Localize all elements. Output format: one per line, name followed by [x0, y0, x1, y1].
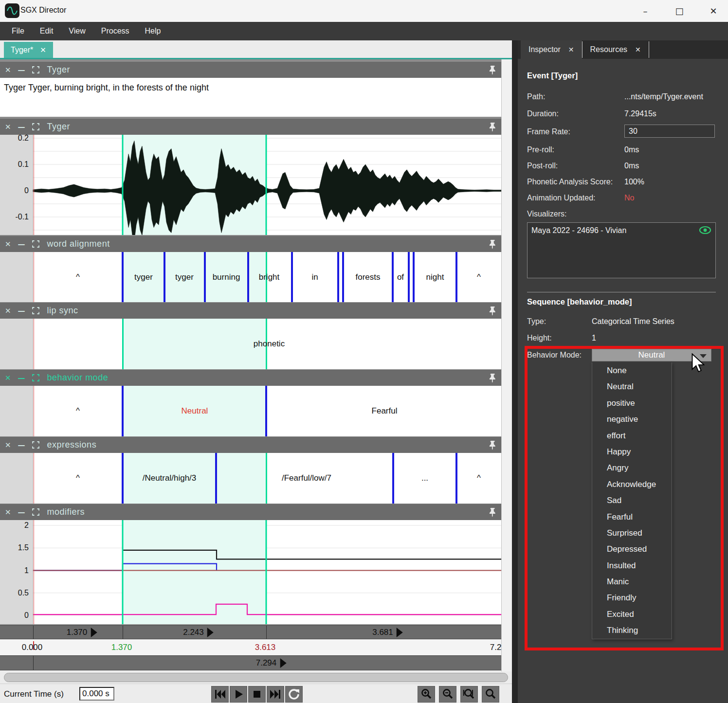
track-expand-icon[interactable] [32, 123, 39, 130]
panel-tab-close-icon[interactable]: ✕ [635, 46, 641, 54]
dropdown-option-depressed[interactable]: Depressed [592, 541, 672, 557]
pin-icon[interactable] [488, 440, 497, 450]
horizontal-scrollbar[interactable] [0, 671, 512, 684]
track-body-modifiers[interactable]: 21.510.50 [0, 520, 501, 624]
track-minimize-icon[interactable]: — [18, 240, 25, 249]
cell-boundary[interactable] [455, 252, 457, 302]
cell-boundary[interactable] [291, 252, 293, 302]
maximize-button[interactable]: □ [664, 0, 695, 22]
track-close-icon[interactable]: ✕ [5, 123, 11, 131]
track-header-tyger-waveform[interactable]: ✕—Tyger [0, 119, 501, 135]
track-expand-icon[interactable] [32, 508, 39, 516]
cell-boundary[interactable] [247, 252, 249, 302]
track-close-icon[interactable]: ✕ [5, 66, 11, 74]
cell-boundary[interactable] [413, 252, 415, 302]
track-close-icon[interactable]: ✕ [5, 508, 11, 517]
dropdown-option-manic[interactable]: Manic [592, 574, 672, 590]
frame-rate-input[interactable] [624, 125, 715, 138]
track-header-lip-sync[interactable]: ✕—lip sync [0, 303, 501, 319]
tab-tyger[interactable]: Tyger* ✕ [4, 42, 53, 58]
vertical-scrollbar[interactable] [501, 59, 512, 671]
timeline-segments-row[interactable]: 1.3702.2433.681 [0, 625, 512, 639]
timeline-segment[interactable]: 2.243 [183, 628, 214, 637]
track-minimize-icon[interactable]: — [18, 374, 25, 382]
timeline-segment[interactable]: 1.370 [67, 628, 97, 637]
skip-end-button[interactable] [267, 686, 284, 703]
track-expand-icon[interactable] [32, 374, 39, 381]
cell-boundary[interactable] [392, 453, 394, 504]
dropdown-option-negative[interactable]: negative [592, 411, 672, 427]
dropdown-option-surprised[interactable]: Surprised [592, 525, 672, 541]
pin-icon[interactable] [488, 122, 497, 132]
pin-icon[interactable] [488, 306, 497, 316]
track-header-modifiers[interactable]: ✕—modifiers [0, 504, 501, 520]
track-close-icon[interactable]: ✕ [5, 374, 11, 382]
dropdown-option-happy[interactable]: Happy [592, 444, 672, 460]
dropdown-option-insulted[interactable]: Insulted [592, 558, 672, 574]
track-minimize-icon[interactable]: — [18, 508, 25, 517]
zoom-all-button[interactable] [482, 686, 499, 703]
cell-boundary[interactable] [392, 252, 394, 302]
track-expand-icon[interactable] [32, 66, 39, 73]
track-header-expressions[interactable]: ✕—expressions [0, 437, 501, 453]
zoom-out-button[interactable] [439, 686, 456, 703]
track-header-word-alignment[interactable]: ✕—word alignment [0, 236, 501, 252]
track-expand-icon[interactable] [32, 240, 39, 248]
panel-splitter[interactable] [512, 40, 518, 703]
cell-boundary[interactable] [204, 252, 206, 302]
pin-icon[interactable] [488, 373, 497, 383]
zoom-selection-button[interactable] [460, 686, 478, 703]
panel-tab-inspector[interactable]: Inspector✕ [521, 40, 582, 59]
menu-help[interactable]: Help [138, 24, 168, 38]
dropdown-option-acknowledge[interactable]: Acknowledge [592, 476, 672, 492]
zoom-in-button[interactable] [418, 686, 435, 703]
minimize-button[interactable]: – [630, 0, 661, 22]
stop-button[interactable] [248, 686, 266, 703]
track-body-lip-sync[interactable]: phonetic [0, 319, 501, 369]
selection-boundary[interactable] [122, 319, 124, 369]
track-minimize-icon[interactable]: — [18, 306, 25, 315]
track-body-tyger-waveform[interactable]: 0.20.10-0.1 [0, 135, 501, 235]
dropdown-option-angry[interactable]: Angry [592, 460, 672, 476]
horizontal-scrollbar-thumb[interactable] [4, 673, 508, 682]
dropdown-option-excited[interactable]: Excited [592, 606, 672, 622]
segment-play-icon[interactable] [207, 628, 214, 637]
dropdown-option-sad[interactable]: Sad [592, 492, 672, 508]
selection-boundary[interactable] [266, 453, 267, 504]
cell-boundary[interactable] [337, 252, 339, 302]
pin-icon[interactable] [488, 507, 497, 517]
cell-boundary[interactable] [342, 252, 344, 302]
cell-boundary[interactable] [164, 252, 165, 302]
cell-boundary[interactable] [122, 453, 124, 504]
menu-edit[interactable]: Edit [33, 24, 60, 38]
segment-play-icon[interactable] [91, 628, 97, 637]
dropdown-option-neutral[interactable]: Neutral [592, 379, 672, 395]
track-body-behavior-mode[interactable]: ^NeutralFearful [0, 386, 501, 436]
track-expand-icon[interactable] [32, 441, 39, 449]
track-body-tyger-text[interactable]: Tyger Tyger, burning bright, in the fore… [0, 78, 501, 117]
cell-boundary[interactable] [265, 386, 267, 436]
timeline-segment[interactable]: 7.294 [256, 658, 287, 668]
track-close-icon[interactable]: ✕ [5, 306, 11, 315]
dropdown-option-none[interactable]: None [592, 362, 672, 379]
visibility-eye-icon[interactable] [699, 225, 711, 235]
play-button[interactable] [230, 686, 247, 703]
current-time-input[interactable] [79, 687, 114, 701]
track-header-behavior-mode[interactable]: ✕—behavior mode [0, 370, 501, 386]
menu-view[interactable]: View [62, 24, 92, 38]
timeline-total-row[interactable]: 7.294 [0, 655, 512, 670]
track-minimize-icon[interactable]: — [18, 66, 25, 74]
dropdown-option-friendly[interactable]: Friendly [592, 590, 672, 606]
dropdown-option-effort[interactable]: effort [592, 428, 672, 444]
cell-boundary[interactable] [215, 453, 217, 504]
pin-icon[interactable] [488, 239, 497, 249]
track-body-word-alignment[interactable]: ^tygertygerburningbrightinforestsofnight… [0, 252, 501, 302]
pin-icon[interactable] [488, 65, 497, 75]
track-close-icon[interactable]: ✕ [5, 441, 11, 450]
menu-process[interactable]: Process [94, 24, 136, 38]
panel-tab-close-icon[interactable]: ✕ [568, 46, 574, 54]
close-button[interactable]: ✕ [698, 0, 728, 22]
track-header-tyger-text[interactable]: ✕—Tyger [0, 62, 501, 78]
timeline-segment[interactable]: 3.681 [372, 628, 403, 637]
loop-button[interactable] [285, 686, 303, 703]
